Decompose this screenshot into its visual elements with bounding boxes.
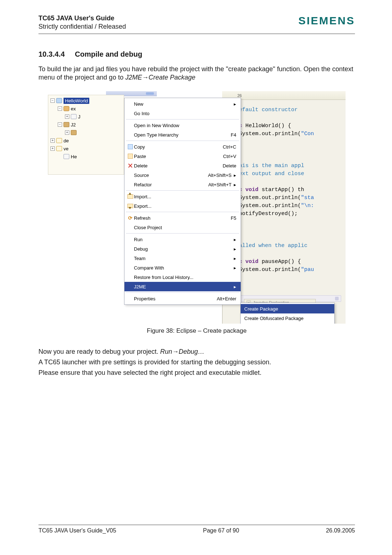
paste-icon [128, 154, 133, 159]
menu-item-label: Go Into [134, 111, 236, 116]
menu-item-label: Refresh [134, 215, 231, 221]
tree-label-hello: HelloWorld [64, 98, 89, 104]
doc-title: TC65 JAVA User's Guide [38, 15, 126, 22]
para-debug-2: A TC65 launcher with pre settings is pro… [38, 358, 355, 366]
submenu-arrow-icon: ▸ [234, 256, 236, 261]
menu-item-label: Run [134, 237, 232, 242]
tree-row[interactable]: − ex [49, 105, 124, 113]
menu-item-label: Create Obfuscated Package [244, 316, 330, 321]
menu-item-open-type-hierarchy[interactable]: Open Type HierarchyF4 [124, 130, 241, 139]
tree-label: ex [71, 106, 76, 112]
header-rule [38, 33, 355, 34]
tree-row[interactable]: He [49, 153, 124, 161]
submenu-arrow-icon: ▸ [234, 237, 236, 242]
para-debug-1: Now you are ready to debug your project.… [38, 348, 355, 356]
menu-item-debug[interactable]: Debug▸ [124, 244, 241, 254]
menu-item-accelerator: Alt+Enter [217, 296, 236, 301]
menu-item-label: Source [134, 173, 208, 178]
menu-item-accelerator: Ctrl+V [223, 154, 236, 159]
expand-icon[interactable]: + [65, 114, 69, 119]
package-explorer[interactable]: − HelloWorld − ex + J − J2 [48, 95, 124, 175]
menu-item-restore-from-local-history[interactable]: Restore from Local History... [124, 272, 241, 282]
para-text: Now you are ready to debug your project. [38, 348, 160, 355]
expand-icon[interactable]: + [65, 130, 69, 135]
context-menu[interactable]: New▸Go IntoOpen in New WindowOpen Type H… [124, 98, 241, 305]
submenu-arrow-icon: ▸ [234, 101, 236, 107]
menu-item-refactor[interactable]: RefactorAlt+Shift+T▸ [124, 180, 241, 189]
run-debug-path: Run→Debug… [160, 348, 204, 355]
tree-row[interactable]: + [49, 129, 124, 137]
delete-icon [128, 163, 132, 168]
tree-label: J2 [71, 122, 76, 127]
footer-left: TC65 JAVA User's Guide_V05 [38, 527, 116, 534]
tree-row[interactable]: − J2 [49, 121, 124, 129]
section-title: Compile and debug [75, 50, 142, 58]
folder-open-icon [56, 146, 62, 151]
intro-text: To build the jar and jad files you have … [38, 65, 353, 81]
menu-separator [126, 141, 239, 141]
submenu-item-create-obfuscated-package[interactable]: Create Obfuscated Package [241, 313, 334, 323]
tree-row[interactable]: + ve [49, 145, 124, 153]
page-header: TC65 JAVA User's Guide Strictly confiden… [38, 15, 355, 31]
doc-subtitle: Strictly confidential / Released [38, 23, 126, 31]
menu-item-delete[interactable]: DeleteDelete [124, 161, 241, 170]
tree-label: He [71, 154, 77, 159]
menu-item-open-in-new-window[interactable]: Open in New Window [124, 121, 241, 130]
tree-row[interactable]: + J [49, 113, 124, 121]
menu-item-refresh[interactable]: ⟳RefreshF5 [124, 213, 241, 223]
menu-item-label: Refactor [134, 182, 208, 187]
menu-item-compare-with[interactable]: Compare With▸ [124, 263, 241, 272]
copy-icon [128, 144, 133, 149]
ruler-mark: 26 [237, 93, 242, 98]
footer-right: 26.09.2005 [326, 527, 355, 534]
folder-open-icon [56, 138, 62, 143]
submenu-item-create-package[interactable]: Create Package [241, 304, 334, 313]
collapse-icon[interactable]: − [58, 122, 62, 127]
page-footer: TC65 JAVA User's Guide_V05 Page 67 of 90… [38, 524, 355, 534]
menu-separator [126, 233, 239, 234]
menu-separator [126, 190, 239, 191]
project-icon [56, 98, 62, 103]
menu-item-copy[interactable]: CopyCtrl+C [124, 142, 241, 151]
j2me-submenu[interactable]: Create PackageCreate Obfuscated PackageE… [240, 303, 335, 324]
jar-icon [71, 130, 77, 135]
tree-row-hello[interactable]: − HelloWorld [49, 97, 124, 105]
submenu-arrow-icon: ▸ [234, 173, 236, 178]
para-debug-3: Please ensure that you have selected the… [38, 369, 355, 377]
export-icon [127, 204, 133, 208]
submenu-arrow-icon: ▸ [234, 246, 236, 252]
menu-item-go-into[interactable]: Go Into [124, 109, 241, 118]
menu-item-import[interactable]: Import... [124, 192, 241, 201]
tree-row[interactable]: + de [49, 137, 124, 145]
menu-item-label: Properties [134, 296, 217, 301]
menu-item-accelerator: F5 [231, 215, 236, 221]
menu-item-j2me[interactable]: J2ME▸ [124, 282, 241, 291]
menu-item-accelerator: Ctrl+C [223, 144, 236, 150]
menu-item-label: Delete [134, 163, 222, 169]
submenu-arrow-icon: ▸ [234, 265, 236, 271]
package-icon [64, 106, 69, 111]
menu-item-label: New [134, 101, 232, 107]
expand-icon[interactable]: + [50, 146, 55, 151]
menu-item-label: Open in New Window [134, 123, 236, 128]
menu-item-accelerator: Alt+Shift+S [208, 173, 232, 178]
submenu-arrow-icon: ▸ [234, 284, 236, 289]
menu-item-label: Open Type Hierarchy [134, 132, 231, 138]
menu-item-team[interactable]: Team▸ [124, 254, 241, 263]
menu-item-run[interactable]: Run▸ [124, 235, 241, 244]
section-number: 10.3.4.4 [38, 50, 65, 58]
collapse-icon[interactable]: − [58, 106, 62, 111]
menu-item-source[interactable]: SourceAlt+Shift+S▸ [124, 170, 241, 180]
menu-item-label: Copy [134, 144, 223, 150]
menu-item-export[interactable]: Export... [124, 201, 241, 211]
submenu-arrow-icon: ▸ [234, 182, 236, 187]
menu-item-close-project[interactable]: Close Project [124, 223, 241, 232]
menu-item-properties[interactable]: PropertiesAlt+Enter [124, 294, 241, 303]
menu-separator [126, 212, 239, 212]
menu-item-label: Team [134, 256, 232, 261]
collapse-icon[interactable]: − [50, 98, 55, 103]
menu-item-paste[interactable]: PasteCtrl+V [124, 151, 241, 161]
figure-caption: Figure 38: Eclipse – Create package [38, 327, 355, 335]
menu-item-new[interactable]: New▸ [124, 99, 241, 109]
expand-icon[interactable]: + [50, 138, 55, 143]
